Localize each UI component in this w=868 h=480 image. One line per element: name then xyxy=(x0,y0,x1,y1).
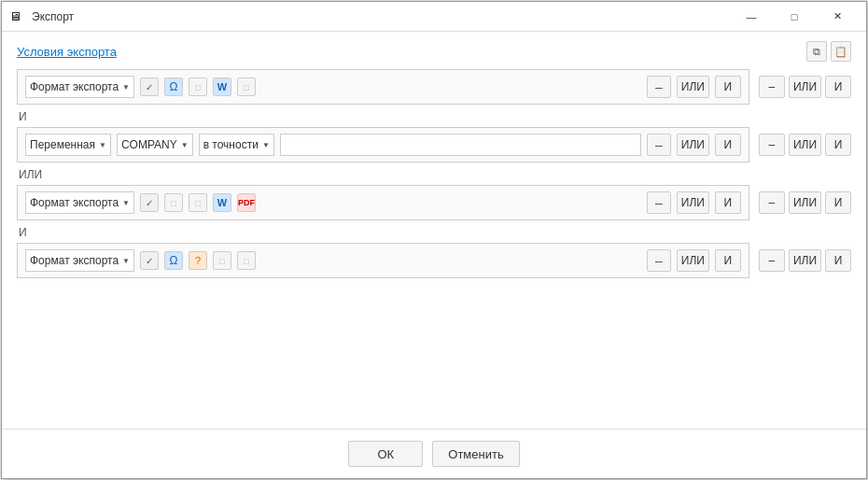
connector-1: И xyxy=(19,106,851,127)
condition-box-3: Формат экспорта ▼ ✓ □ □ W PDF – ИЛИ И xyxy=(17,185,749,220)
format-label-3: Формат экспорта xyxy=(30,196,119,209)
row-actions-2: – ИЛИ И xyxy=(759,134,851,156)
format-icon-check-1[interactable]: ✓ xyxy=(140,78,159,96)
format-dropdown-3[interactable]: Формат экспорта ▼ xyxy=(25,191,134,214)
outer-i-3[interactable]: И xyxy=(825,191,851,214)
var-name-dropdown-2[interactable]: COMPANY ▼ xyxy=(117,134,193,156)
outer-ili-4[interactable]: ИЛИ xyxy=(789,249,821,272)
outer-i-4[interactable]: И xyxy=(825,249,851,272)
paste-icon-btn[interactable]: 📋 xyxy=(831,41,851,62)
row-i-2[interactable]: И xyxy=(715,134,741,156)
window-icon: 🖥 xyxy=(9,9,24,24)
outer-minus-2[interactable]: – xyxy=(759,134,785,156)
outer-ili-3[interactable]: ИЛИ xyxy=(789,191,821,214)
main-window: 🖥 Экспорт — □ ✕ Условия экспорта ⧉ 📋 Фо xyxy=(1,1,867,479)
condition-box-4: Формат экспорта ▼ ✓ Ω ? □ □ – ИЛИ И xyxy=(17,243,749,278)
title-bar-left: 🖥 Экспорт xyxy=(9,9,74,24)
connector-3: И xyxy=(19,222,851,243)
title-bar-controls: — □ ✕ xyxy=(730,2,859,32)
outer-ili-2[interactable]: ИЛИ xyxy=(789,134,821,156)
var-type-label-2: Переменная xyxy=(30,138,95,151)
dropdown-arrow-1: ▼ xyxy=(122,83,130,92)
row-ili-2[interactable]: ИЛИ xyxy=(677,134,709,156)
connector-2: ИЛИ xyxy=(19,164,851,185)
condition-type-label-2: в точности xyxy=(203,138,259,151)
condition-row-2: Переменная ▼ COMPANY ▼ в точности ▼ – ИЛ… xyxy=(17,127,851,162)
row-actions-3: – ИЛИ И xyxy=(759,191,851,214)
row-ili-3[interactable]: ИЛИ xyxy=(677,191,709,214)
format-dropdown-1[interactable]: Формат экспорта ▼ xyxy=(25,76,134,98)
outer-minus-3[interactable]: – xyxy=(759,191,785,214)
format-icon-check-4[interactable]: ✓ xyxy=(140,251,159,270)
format-icon-dim1-3[interactable]: □ xyxy=(164,193,183,212)
outer-minus-4[interactable]: – xyxy=(759,249,785,272)
row-minus-4[interactable]: – xyxy=(647,249,671,272)
row-minus-1[interactable]: – xyxy=(647,76,671,98)
outer-ili-1[interactable]: ИЛИ xyxy=(789,76,821,98)
outer-i-1[interactable]: И xyxy=(825,76,851,98)
row-ili-1[interactable]: ИЛИ xyxy=(677,76,709,98)
row-i-3[interactable]: И xyxy=(715,191,741,214)
format-icon-omega-4[interactable]: Ω xyxy=(164,251,183,270)
row-i-1[interactable]: И xyxy=(715,76,741,98)
format-icon-dim2-4[interactable]: □ xyxy=(237,251,256,270)
format-icon-check-3[interactable]: ✓ xyxy=(140,193,159,212)
copy-icon-btn[interactable]: ⧉ xyxy=(806,41,827,62)
var-name-label-2: COMPANY xyxy=(121,138,177,151)
title-bar: 🖥 Экспорт — □ ✕ xyxy=(2,2,866,32)
condition-box-2: Переменная ▼ COMPANY ▼ в точности ▼ – ИЛ… xyxy=(17,127,749,162)
rows-container: Формат экспорта ▼ ✓ Ω □ W □ – ИЛИ И – ИЛ… xyxy=(17,69,851,419)
window-title: Экспорт xyxy=(32,10,74,23)
row-ili-4[interactable]: ИЛИ xyxy=(677,249,709,272)
dropdown-arrow-var-2: ▼ xyxy=(99,141,106,149)
format-icon-dim1-4[interactable]: □ xyxy=(213,251,231,270)
format-dropdown-4[interactable]: Формат экспорта ▼ xyxy=(25,249,134,272)
condition-row-3: Формат экспорта ▼ ✓ □ □ W PDF – ИЛИ И – … xyxy=(17,185,851,220)
format-icon-dim2-3[interactable]: □ xyxy=(189,193,207,212)
format-icon-w-3[interactable]: W xyxy=(213,193,231,212)
format-icon-omega-1[interactable]: Ω xyxy=(164,78,183,96)
condition-box-1: Формат экспорта ▼ ✓ Ω □ W □ – ИЛИ И xyxy=(17,69,749,105)
section-title: Условия экспорта xyxy=(17,45,117,59)
close-button[interactable]: ✕ xyxy=(816,2,859,32)
maximize-button[interactable]: □ xyxy=(773,2,816,32)
var-type-dropdown-2[interactable]: Переменная ▼ xyxy=(25,134,111,156)
footer: ОК Отменить xyxy=(2,429,866,478)
dropdown-arrow-name-2: ▼ xyxy=(181,141,189,149)
minimize-button[interactable]: — xyxy=(730,2,773,32)
outer-minus-1[interactable]: – xyxy=(759,76,785,98)
section-icons: ⧉ 📋 xyxy=(806,41,851,62)
row-minus-3[interactable]: – xyxy=(647,191,671,214)
dropdown-arrow-4: ▼ xyxy=(122,257,130,265)
ok-button[interactable]: ОК xyxy=(348,441,423,467)
row-minus-2[interactable]: – xyxy=(647,134,671,156)
format-icon-dim2-1[interactable]: □ xyxy=(237,78,256,96)
format-icon-dim1-1[interactable]: □ xyxy=(189,78,207,96)
row-actions-4: – ИЛИ И xyxy=(759,249,851,272)
dropdown-arrow-cond-2: ▼ xyxy=(262,141,270,149)
section-header: Условия экспорта ⧉ 📋 xyxy=(17,41,851,62)
row-i-4[interactable]: И xyxy=(715,249,741,272)
dropdown-arrow-3: ▼ xyxy=(122,199,130,207)
content-area: Условия экспорта ⧉ 📋 Формат экспорта ▼ ✓… xyxy=(2,32,866,429)
condition-row-4: Формат экспорта ▼ ✓ Ω ? □ □ – ИЛИ И – ИЛ… xyxy=(17,243,851,278)
format-icon-w-1[interactable]: W xyxy=(213,78,231,96)
cancel-button[interactable]: Отменить xyxy=(432,441,519,467)
outer-i-2[interactable]: И xyxy=(825,134,851,156)
format-icon-q-4[interactable]: ? xyxy=(189,251,207,270)
format-label-1: Формат экспорта xyxy=(30,80,119,93)
row-actions-1: – ИЛИ И xyxy=(759,76,851,98)
format-icon-pdf-3[interactable]: PDF xyxy=(237,193,256,212)
condition-type-dropdown-2[interactable]: в точности ▼ xyxy=(199,134,274,156)
format-label-4: Формат экспорта xyxy=(30,254,119,267)
condition-row-1: Формат экспорта ▼ ✓ Ω □ W □ – ИЛИ И – ИЛ… xyxy=(17,69,851,105)
value-input-2[interactable] xyxy=(280,134,641,156)
